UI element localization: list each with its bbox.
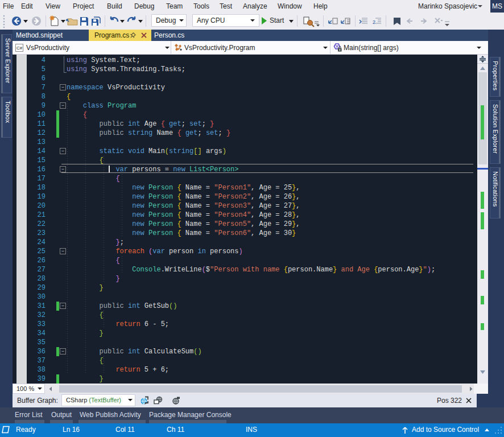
svg-text:2: 2 bbox=[373, 19, 375, 25]
svg-text:C#: C# bbox=[16, 46, 23, 51]
